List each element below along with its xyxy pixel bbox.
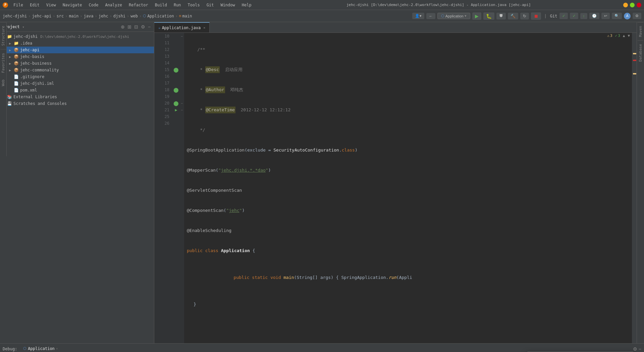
project-panel: Project ▾ ⊕ ⊞ ⊟ ⚙ − ▼ 📁 jehc-djshi D:\de… — [0, 22, 154, 343]
bottom-minimize[interactable]: − — [639, 346, 641, 352]
history-button[interactable]: 🕐 — [589, 13, 599, 19]
git-checkmark2[interactable]: ✓ — [570, 13, 578, 19]
code-content[interactable]: /** * @Desc 启动应用 * @Author 邓纯杰 * @Create… — [184, 33, 632, 343]
maximize-button[interactable] — [630, 3, 635, 7]
settings-button[interactable]: ⚙ — [633, 13, 641, 19]
error-mark-1 — [633, 60, 636, 61]
left-strip-tabs: Structure Favorites Web — [0, 22, 7, 156]
nav-actions: 👤▾ ← ⬡ Application ▾ ▶ 🐛 ⛊ 🔨 ↻ ⏹ | Git ✓… — [412, 12, 641, 20]
author-annotation: @Author — [205, 86, 225, 93]
sidebar-web[interactable]: Web — [0, 76, 6, 90]
code-editor[interactable]: ⚠ 3 ✓ 3 ▲ ▼ 10 11 12 13 14 15 16 17 18 1… — [154, 33, 637, 343]
run-config-button[interactable]: ⬡ Application ▾ — [437, 13, 470, 19]
debug-tab-icon: ⬡ — [23, 346, 26, 351]
application-icon: ⬡ — [143, 14, 146, 18]
search-button[interactable]: 🔍 — [612, 13, 622, 19]
menu-edit[interactable]: Edit — [27, 2, 42, 8]
sidebar-maven[interactable]: Maven — [638, 22, 643, 40]
debug-button[interactable]: 🐛 — [483, 12, 494, 20]
panel-settings[interactable]: ⚙ — [140, 23, 146, 30]
menu-git[interactable]: Git — [204, 2, 217, 8]
git-push[interactable]: ↑ — [580, 13, 588, 19]
api-icon: 📦 — [13, 47, 19, 53]
project-tree: ▼ 📁 jehc-djshi D:\dev\demo\jehc-2.0\work… — [0, 32, 154, 343]
breadcrumb-src[interactable]: src — [57, 14, 64, 18]
scroll-from-source[interactable]: ⊞ — [127, 23, 132, 30]
tree-gitignore[interactable]: ▶ 📄 .gitignore — [0, 73, 154, 80]
tab-close-button[interactable]: ✕ — [203, 26, 205, 30]
fold-21[interactable]: − — [181, 108, 183, 112]
menu-build[interactable]: Build — [152, 2, 170, 8]
breadcrumb-web[interactable]: web — [130, 14, 138, 18]
collapse-icon[interactable]: ▼ — [628, 34, 630, 38]
breadcrumb-djshi[interactable]: djshi — [113, 14, 125, 18]
reload-button[interactable]: ↻ — [520, 13, 529, 19]
git-checkmark1[interactable]: ✓ — [559, 13, 568, 19]
editor-warnings: ⚠ 3 ✓ 3 ▲ ▼ — [607, 34, 630, 38]
add-button[interactable]: ⊕ — [120, 23, 125, 30]
fold-20[interactable]: − — [181, 102, 183, 105]
expand-icon[interactable]: ▲ — [623, 34, 625, 38]
menu-code[interactable]: Code — [86, 2, 101, 8]
business-icon: 📦 — [13, 61, 19, 66]
menu-window[interactable]: Window — [218, 2, 237, 8]
menu-navigate[interactable]: Navigate — [60, 2, 85, 8]
collapse-all[interactable]: ⊟ — [133, 23, 139, 30]
navigation-bar: jehc-djshi › jehc-api › src › main › jav… — [0, 10, 644, 22]
breadcrumb-application[interactable]: ⬡ Application — [143, 14, 174, 18]
breadcrumb-main[interactable]: main — [69, 14, 78, 18]
tree-jehc-commonality[interactable]: ▶ 📦 jehc-commonality — [0, 67, 154, 73]
menu-view[interactable]: View — [44, 2, 59, 8]
back-button[interactable]: ← — [426, 13, 435, 19]
run-button[interactable]: ▶ — [472, 12, 481, 20]
menu-analyze[interactable]: Analyze — [102, 2, 125, 8]
panel-header: Project ▾ ⊕ ⊞ ⊟ ⚙ − — [0, 22, 154, 32]
tab-application-java[interactable]: ☕ Application.java ✕ — [154, 22, 210, 33]
debug-tab-close[interactable]: ✕ — [56, 347, 58, 350]
tree-jehc-business[interactable]: ▶ 📦 jehc-business — [0, 60, 154, 67]
line-19: @EnableScheduling — [187, 227, 629, 234]
right-sidebar: Maven Database — [637, 22, 644, 343]
panel-minimize[interactable]: − — [147, 23, 151, 30]
tree-scratches[interactable]: ▶ 💾 Scratches and Consoles — [0, 100, 154, 107]
breadcrumb-module[interactable]: jehc-api — [32, 14, 51, 18]
breadcrumb-root[interactable]: jehc-djshi — [3, 14, 27, 18]
tree-pom[interactable]: ▶ 📄 pom.xml — [0, 87, 154, 94]
tree-idea[interactable]: ▶ 📁 .idea — [0, 40, 154, 47]
bottom-tab-application[interactable]: ⬡ Application ✕ — [20, 345, 61, 352]
bottom-settings[interactable]: ⚙ — [633, 346, 637, 352]
stop-button[interactable]: ⏹ — [531, 12, 541, 20]
minimize-button[interactable] — [623, 3, 628, 7]
main-layout: Project ▾ ⊕ ⊞ ⊟ ⚙ − ▼ 📁 jehc-djshi D:\de… — [0, 22, 644, 343]
menu-file[interactable]: File — [11, 2, 26, 8]
profile-button[interactable]: A — [624, 13, 631, 19]
tree-jehc-basis[interactable]: ▶ 📦 jehc-basis — [0, 53, 154, 60]
build-button[interactable]: 🔨 — [508, 13, 518, 19]
breadcrumb-java[interactable]: java — [84, 14, 94, 18]
users-button[interactable]: 👤▾ — [412, 13, 424, 19]
fold-10[interactable]: − — [181, 35, 183, 38]
undo-button[interactable]: ↩ — [601, 13, 610, 19]
menu-bar[interactable]: File Edit View Navigate Code Analyze Ref… — [11, 2, 254, 8]
coverage-button[interactable]: ⛊ — [496, 13, 506, 19]
menu-refactor[interactable]: Refactor — [126, 2, 151, 8]
window-controls[interactable] — [623, 3, 641, 7]
warning-mark-2 — [633, 73, 636, 74]
menu-run[interactable]: Run — [171, 2, 184, 8]
close-button[interactable] — [637, 3, 641, 7]
menu-tools[interactable]: Tools — [185, 2, 203, 8]
sidebar-database[interactable]: Database — [638, 40, 643, 65]
sidebar-structure[interactable]: Structure — [0, 22, 6, 49]
menu-help[interactable]: Help — [239, 2, 254, 8]
tree-ext-libs[interactable]: ▶ 📚 External Libraries — [0, 94, 154, 100]
idea-icon: 📁 — [13, 41, 19, 46]
breadcrumb-main-method[interactable]: m main — [179, 14, 192, 18]
line-16: @MapperScan("jehc.djshi.*.*dao") — [187, 167, 629, 174]
code-container: 10 11 12 13 14 15 16 17 18 19 20 21 25 2… — [154, 33, 637, 343]
tree-root[interactable]: ▼ 📁 jehc-djshi D:\dev\demo\jehc-2.0\work… — [0, 33, 154, 40]
tree-jehc-api[interactable]: ▶ 📦 jehc-api — [0, 47, 154, 53]
sidebar-favorites[interactable]: Favorites — [0, 49, 6, 76]
line-25: } — [187, 301, 629, 308]
tree-iml[interactable]: ▶ 📄 jehc-djshi.iml — [0, 80, 154, 87]
breadcrumb-jehc[interactable]: jehc — [99, 14, 108, 18]
